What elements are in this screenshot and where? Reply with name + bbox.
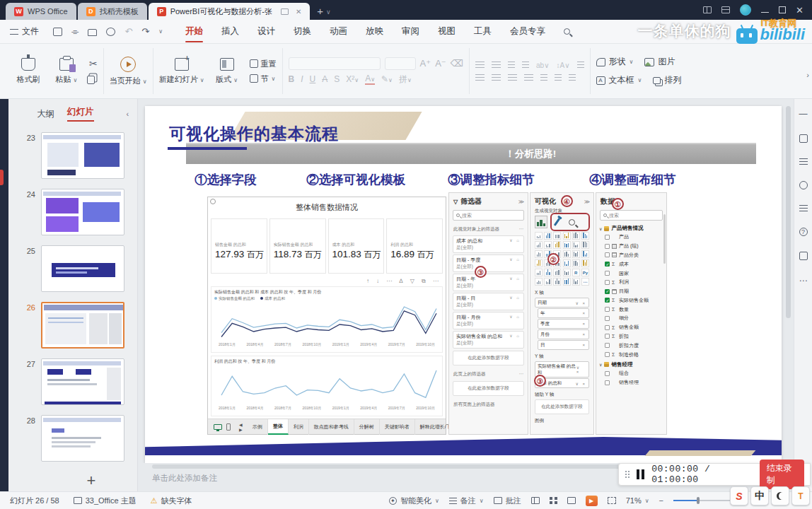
viz-type-icon[interactable] (535, 250, 543, 258)
minimize-button[interactable] (761, 12, 769, 13)
data-field-row[interactable]: 折扣力度 (596, 341, 666, 350)
data-field-row[interactable]: 产品 (组) (596, 242, 666, 251)
tab-window-icon[interactable] (281, 8, 289, 15)
notes-placeholder[interactable]: 单击此处添加备注 (152, 473, 217, 484)
reset-button[interactable]: 重置 (250, 59, 277, 69)
viz-type-icon[interactable] (535, 241, 543, 249)
menu-tab-视图[interactable]: 视图 (438, 20, 456, 44)
export-icon[interactable]: ⌯ (71, 26, 79, 37)
data-field-row[interactable]: Σ数量 (596, 305, 666, 314)
pause-button[interactable] (637, 469, 644, 479)
notes-button[interactable]: 备注∨ (449, 496, 484, 506)
bold-button[interactable]: B (289, 74, 295, 84)
filter-card[interactable]: 成本 的总和∨ ⌂是(全部) (453, 235, 524, 253)
justify-button[interactable] (524, 74, 533, 81)
viz-panel-collapse-icon[interactable]: ≫ (584, 199, 590, 205)
viz-type-icon[interactable] (535, 278, 543, 286)
field-checkbox[interactable] (605, 244, 610, 249)
theme-button[interactable]: 33_Office 主题 (74, 496, 137, 506)
viz-type-icon[interactable] (563, 269, 571, 276)
field-checkbox[interactable] (605, 280, 610, 285)
slide-thumbnail[interactable] (41, 415, 124, 462)
more-tools-icon[interactable]: ⋯ (799, 276, 808, 286)
filters-search-input[interactable]: 搜索 (453, 210, 524, 221)
print-preview-icon[interactable] (106, 28, 115, 36)
viz-type-icon[interactable] (572, 232, 580, 240)
comments-button[interactable]: 批注 (494, 496, 521, 506)
layout-button[interactable]: 版式 ∨ (211, 58, 243, 85)
kpi-card[interactable]: 利润 的总和16.89 百万 (386, 218, 443, 274)
undo-icon[interactable]: ↶ (124, 26, 132, 37)
layout-split-icon[interactable] (703, 6, 712, 13)
menu-tab-会员专享[interactable]: 会员专享 (510, 20, 545, 44)
field-chip[interactable]: 季度× (538, 319, 589, 329)
viz-type-icon[interactable] (553, 278, 561, 286)
gift-box-icon[interactable] (721, 6, 730, 13)
tab-list-chevron-icon[interactable]: ∨ (326, 8, 331, 16)
smart-beautify-button[interactable]: ✦智能美化∨ (389, 496, 439, 506)
viz-type-icon[interactable] (544, 241, 552, 249)
user-avatar[interactable] (740, 4, 751, 16)
list-settings-button[interactable] (569, 74, 576, 81)
drag-handle-icon[interactable] (625, 470, 630, 479)
new-slide-button[interactable]: 新建幻灯片 ∨ (159, 58, 204, 85)
smart-features-icon[interactable] (799, 252, 808, 260)
kpi-card[interactable]: 实际销售金额 的总和118.73 百万 (269, 218, 326, 274)
tab-outline[interactable]: 大纲 (37, 108, 54, 120)
report-page-tab[interactable]: 关键影响者 (380, 419, 415, 435)
save-icon[interactable] (53, 28, 62, 36)
field-checkbox[interactable] (605, 352, 610, 357)
build-visual-icon[interactable] (535, 216, 547, 228)
slide-thumbnail[interactable] (41, 245, 124, 292)
table-node[interactable]: ∨销售经理 (596, 359, 666, 369)
columns-button[interactable] (555, 74, 562, 81)
maximize-button[interactable] (779, 6, 786, 13)
menu-tab-切换[interactable]: 切换 (294, 20, 311, 44)
data-field-row[interactable]: 日期 (596, 287, 666, 296)
data-field-row[interactable]: Σ销售金额 (596, 323, 666, 332)
file-menu[interactable]: 文件 (0, 25, 46, 37)
filter-card[interactable]: 日期 - 日∨ ⌂是(全部) (453, 293, 524, 310)
viz-type-icon[interactable] (563, 241, 571, 249)
slide-thumbnail[interactable] (41, 302, 124, 349)
close-tab-icon[interactable]: ✕ (296, 8, 301, 16)
field-checkbox[interactable] (605, 325, 610, 330)
pinyin-button[interactable]: 拼∨ (399, 74, 412, 86)
tab-slides[interactable]: 幻灯片 (67, 106, 94, 122)
filter-card[interactable]: 日期 - 年∨ ⌂是(全部) (453, 274, 524, 291)
play-from-current-button[interactable]: 当页开始 ∨ (110, 57, 147, 86)
field-chip[interactable]: 日× (538, 340, 589, 350)
field-checkbox[interactable] (605, 343, 610, 348)
field-checkbox[interactable] (605, 262, 610, 267)
canvas-vertical-scrollbar[interactable] (786, 106, 791, 318)
symbol-button[interactable] (577, 62, 584, 69)
data-field-row[interactable]: Σ制造价格 (596, 350, 666, 359)
selection-pane-icon[interactable] (799, 205, 808, 212)
field-checkbox[interactable] (605, 289, 610, 294)
sogou-input-button[interactable]: S (730, 486, 748, 505)
align-center-button[interactable] (492, 74, 501, 81)
viz-type-icon[interactable] (581, 232, 589, 240)
redo-icon[interactable]: ↷ (141, 26, 149, 37)
page-nav-arrows[interactable]: ◀ ▶ (236, 422, 248, 432)
field-chip-date[interactable]: 日期∨ × (535, 298, 589, 308)
normal-view-button[interactable] (531, 497, 540, 504)
viz-type-icon[interactable] (581, 259, 589, 267)
language-mode-button[interactable]: 中 (750, 486, 769, 505)
remove-field-icon[interactable]: × (582, 343, 586, 347)
tab-docer-templates[interactable]: D 找稻壳模板 (78, 3, 147, 20)
shapes-button[interactable]: 形状 ∨ (596, 56, 634, 68)
menu-tab-开始[interactable]: 开始 (185, 20, 203, 44)
report-page-tab[interactable]: 整体 (268, 419, 289, 435)
viz-type-icon[interactable] (581, 241, 589, 249)
slideshow-play-button[interactable]: ▶ (586, 496, 598, 506)
data-search-input[interactable]: 搜索 (600, 210, 663, 221)
new-tab-button[interactable]: + (317, 5, 323, 17)
add-slide-button[interactable]: + (87, 472, 96, 490)
search-icon[interactable] (564, 28, 570, 35)
distribute-button[interactable] (540, 74, 547, 81)
viz-type-icon[interactable] (572, 278, 580, 286)
kpi-card[interactable]: 成本 的总和101.83 百万 (328, 218, 385, 274)
field-chip[interactable]: 月份× (538, 329, 589, 339)
viz-type-icon[interactable] (581, 250, 589, 258)
